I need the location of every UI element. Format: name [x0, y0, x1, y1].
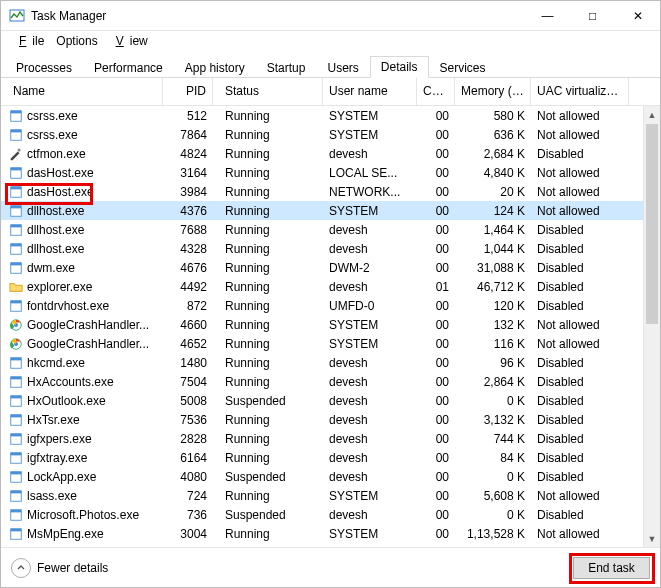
- cell-memory: 120 K: [455, 299, 531, 313]
- close-button[interactable]: ✕: [615, 1, 660, 30]
- table-row[interactable]: MsMpEng.exe3004RunningSYSTEM001,13,528 K…: [1, 524, 660, 543]
- scroll-down-button[interactable]: ▼: [644, 530, 660, 547]
- table-row[interactable]: HxTsr.exe7536Runningdevesh003,132 KDisab…: [1, 410, 660, 429]
- cell-cpu: 00: [417, 185, 455, 199]
- menu-options[interactable]: Options: [50, 32, 103, 50]
- tab-performance[interactable]: Performance: [83, 57, 174, 78]
- table-row[interactable]: ctfmon.exe4824Runningdevesh002,684 KDisa…: [1, 144, 660, 163]
- tab-startup[interactable]: Startup: [256, 57, 317, 78]
- svg-rect-13: [11, 224, 22, 227]
- cell-status: Suspended: [213, 394, 323, 408]
- table-row[interactable]: HxAccounts.exe7504Runningdevesh002,864 K…: [1, 372, 660, 391]
- process-name: igfxtray.exe: [27, 451, 87, 465]
- table-row[interactable]: GoogleCrashHandler...4660RunningSYSTEM00…: [1, 315, 660, 334]
- process-name: HxTsr.exe: [27, 413, 80, 427]
- tab-details[interactable]: Details: [370, 56, 429, 78]
- column-headers: Name PID Status User name CPU Memory (a.…: [1, 78, 660, 106]
- cell-cpu: 00: [417, 242, 455, 256]
- scrollbar[interactable]: ▲ ▼: [643, 106, 660, 547]
- cell-memory: 2,864 K: [455, 375, 531, 389]
- col-header-user[interactable]: User name: [323, 78, 417, 105]
- table-row[interactable]: dwm.exe4676RunningDWM-20031,088 KDisable…: [1, 258, 660, 277]
- menu-view[interactable]: View: [104, 32, 154, 50]
- footer: Fewer details End task: [1, 547, 660, 587]
- cell-uac: Not allowed: [531, 337, 629, 351]
- cell-status: Suspended: [213, 470, 323, 484]
- cell-user: SYSTEM: [323, 489, 417, 503]
- table-row[interactable]: fontdrvhost.exe872RunningUMFD-000120 KDi…: [1, 296, 660, 315]
- process-icon: [9, 451, 23, 465]
- cell-pid: 7536: [163, 413, 213, 427]
- cell-pid: 4080: [163, 470, 213, 484]
- cell-status: Running: [213, 109, 323, 123]
- table-row[interactable]: csrss.exe7864RunningSYSTEM00636 KNot all…: [1, 125, 660, 144]
- col-header-pid[interactable]: PID: [163, 78, 213, 105]
- process-icon: [9, 185, 23, 199]
- tab-app-history[interactable]: App history: [174, 57, 256, 78]
- table-row[interactable]: GoogleCrashHandler...4652RunningSYSTEM00…: [1, 334, 660, 353]
- cell-cpu: 00: [417, 299, 455, 313]
- cell-uac: Not allowed: [531, 318, 629, 332]
- cell-cpu: 00: [417, 375, 455, 389]
- cell-cpu: 00: [417, 318, 455, 332]
- process-name: csrss.exe: [27, 128, 78, 142]
- process-icon: [9, 318, 23, 332]
- cell-memory: 2,684 K: [455, 147, 531, 161]
- table-row[interactable]: hkcmd.exe1480Runningdevesh0096 KDisabled: [1, 353, 660, 372]
- table-row[interactable]: lsass.exe724RunningSYSTEM005,608 KNot al…: [1, 486, 660, 505]
- col-header-status[interactable]: Status: [213, 78, 323, 105]
- table-row[interactable]: explorer.exe4492Runningdevesh0146,712 KD…: [1, 277, 660, 296]
- process-icon: [9, 489, 23, 503]
- cell-pid: 5008: [163, 394, 213, 408]
- cell-uac: Disabled: [531, 280, 629, 294]
- table-row[interactable]: dllhost.exe4376RunningSYSTEM00124 KNot a…: [1, 201, 660, 220]
- cell-pid: 4652: [163, 337, 213, 351]
- cell-cpu: 00: [417, 128, 455, 142]
- cell-cpu: 00: [417, 470, 455, 484]
- table-row[interactable]: csrss.exe512RunningSYSTEM00580 KNot allo…: [1, 106, 660, 125]
- cell-user: devesh: [323, 375, 417, 389]
- cell-user: devesh: [323, 508, 417, 522]
- cell-uac: Not allowed: [531, 527, 629, 541]
- process-name: HxAccounts.exe: [27, 375, 114, 389]
- col-header-cpu[interactable]: CPU: [417, 78, 455, 105]
- svg-rect-27: [11, 376, 22, 379]
- cell-status: Running: [213, 128, 323, 142]
- process-icon: [9, 204, 23, 218]
- table-row[interactable]: igfxpers.exe2828Runningdevesh00744 KDisa…: [1, 429, 660, 448]
- scroll-thumb[interactable]: [646, 124, 658, 324]
- tab-services[interactable]: Services: [429, 57, 497, 78]
- table-row[interactable]: dllhost.exe7688Runningdevesh001,464 KDis…: [1, 220, 660, 239]
- tab-users[interactable]: Users: [316, 57, 369, 78]
- col-header-uac[interactable]: UAC virtualizat...: [531, 78, 629, 105]
- cell-uac: Disabled: [531, 242, 629, 256]
- table-row[interactable]: dllhost.exe4328Runningdevesh001,044 KDis…: [1, 239, 660, 258]
- menu-file[interactable]: File: [7, 32, 50, 50]
- cell-status: Running: [213, 432, 323, 446]
- cell-status: Running: [213, 375, 323, 389]
- task-manager-icon: [9, 8, 25, 24]
- process-icon: [9, 147, 23, 161]
- cell-uac: Disabled: [531, 432, 629, 446]
- process-name: dllhost.exe: [27, 204, 84, 218]
- table-row[interactable]: igfxtray.exe6164Runningdevesh0084 KDisab…: [1, 448, 660, 467]
- table-row[interactable]: LockApp.exe4080Suspendeddevesh000 KDisab…: [1, 467, 660, 486]
- tab-processes[interactable]: Processes: [5, 57, 83, 78]
- cell-status: Running: [213, 337, 323, 351]
- process-list[interactable]: csrss.exe512RunningSYSTEM00580 KNot allo…: [1, 106, 660, 547]
- cell-pid: 872: [163, 299, 213, 313]
- table-row[interactable]: dasHost.exe3164RunningLOCAL SE...004,840…: [1, 163, 660, 182]
- fewer-details[interactable]: Fewer details: [11, 558, 108, 578]
- maximize-button[interactable]: □: [570, 1, 615, 30]
- minimize-button[interactable]: —: [525, 1, 570, 30]
- scroll-up-button[interactable]: ▲: [644, 106, 660, 123]
- col-header-memory[interactable]: Memory (a...: [455, 78, 531, 105]
- process-icon: [9, 375, 23, 389]
- cell-memory: 636 K: [455, 128, 531, 142]
- table-row[interactable]: dasHost.exe3984RunningNETWORK...0020 KNo…: [1, 182, 660, 201]
- cell-memory: 5,608 K: [455, 489, 531, 503]
- table-row[interactable]: Microsoft.Photos.exe736Suspendeddevesh00…: [1, 505, 660, 524]
- col-header-name[interactable]: Name: [7, 78, 163, 105]
- end-task-button[interactable]: End task: [573, 557, 650, 579]
- table-row[interactable]: HxOutlook.exe5008Suspendeddevesh000 KDis…: [1, 391, 660, 410]
